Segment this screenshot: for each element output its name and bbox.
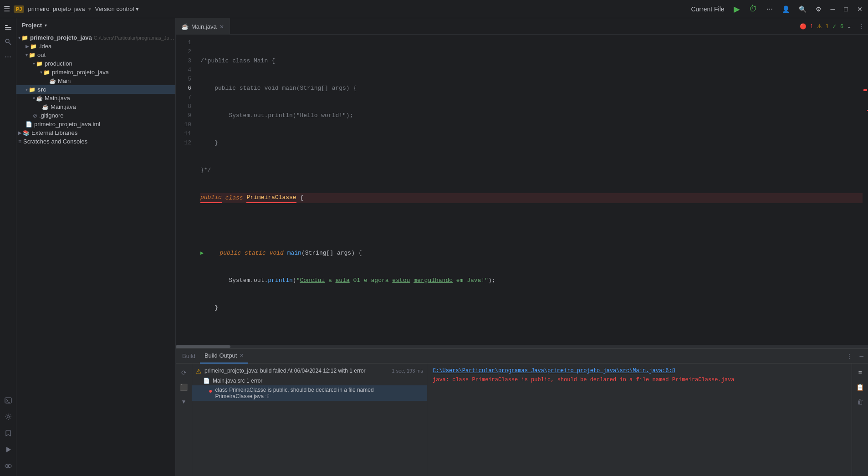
svg-point-7 — [7, 416, 9, 418]
build-tab-output[interactable]: Build Output ✕ — [200, 349, 249, 363]
hamburger-icon[interactable]: ☰ — [4, 5, 10, 13]
tree-item-idea[interactable]: ▶ 📁 .idea — [16, 42, 175, 51]
tree-item-mainjava-child[interactable]: ☕ Main.java — [16, 102, 175, 111]
run-gutter-icon[interactable]: ▶ — [200, 249, 204, 258]
error-indicators: 🔴 1 ⚠ 1 ✓ 6 ⌄ — [796, 23, 855, 30]
chevron-down-icon: ▾ — [18, 35, 20, 40]
sidebar-icon-run[interactable] — [2, 443, 15, 456]
tree-item-iml[interactable]: 📄 primeiro_projeto_java.iml — [16, 120, 175, 128]
gitignore-name: .gitignore — [39, 112, 63, 119]
build-right-icon-1[interactable]: ≡ — [854, 366, 867, 379]
editor-main: 1 2 3 4 5 6 7 8 9 10 11 12 /*public clas… — [176, 35, 868, 345]
build-project-text: primeiro_projeto_java: build failed At 0… — [204, 368, 392, 374]
svg-rect-2 — [5, 29, 11, 30]
sidebar-icon-bookmark[interactable] — [2, 427, 15, 440]
panel-chevron[interactable]: ▾ — [45, 23, 47, 28]
build-right-icon-2[interactable]: 📋 — [854, 381, 867, 394]
code-area[interactable]: /*public class Main { public static void… — [195, 35, 863, 345]
tab-bar: ☕ Main.java ✕ 🔴 1 ⚠ 1 ✓ 6 ⌄ ⋮ — [176, 18, 868, 35]
build-error-line: :6 — [266, 394, 270, 399]
run-button[interactable]: ▶ — [732, 2, 742, 16]
build-file-icon: 📄 — [203, 378, 210, 384]
file-tree: ▾ 📁 primeiro_projeto_java C:\Users\Parti… — [16, 32, 175, 476]
tree-item-main-class[interactable]: ☕ Main — [16, 77, 175, 85]
tree-item-ext-lib[interactable]: ▶ 📚 External Libraries — [16, 128, 175, 137]
build-tree-project[interactable]: ⚠ primeiro_projeto_java: build failed At… — [192, 366, 427, 376]
scratches-icon: ≡ — [18, 138, 21, 145]
main-class-icon: ☕ — [49, 78, 56, 84]
minimize-button[interactable]: ─ — [829, 4, 837, 15]
out-name: out — [37, 51, 46, 58]
build-warn-icon: ⚠ — [196, 368, 202, 375]
panel-header: Project ▾ — [16, 18, 175, 32]
tree-item-root[interactable]: ▾ 📁 primeiro_projeto_java C:\Users\Parti… — [16, 33, 175, 42]
pj-sub-folder-icon: 📁 — [43, 69, 50, 76]
search-button[interactable]: 🔍 — [797, 4, 808, 15]
build-stop-icon[interactable]: ⬛ — [178, 381, 190, 394]
build-more-btn[interactable]: ⋮ — [844, 353, 855, 359]
build-detail-link[interactable]: C:\Users\Particular\programas_Java\prime… — [433, 368, 675, 374]
tree-item-mainjava-parent[interactable]: ▾ ☕ Main.java — [16, 94, 175, 102]
coverage-button[interactable]: ⏱ — [747, 2, 759, 15]
line-numbers: 1 2 3 4 5 6 7 8 9 10 11 12 — [176, 35, 195, 345]
svg-marker-8 — [6, 447, 11, 452]
build-content: ⟳ ⬛ ▼ ⚠ primeiro_projeto_java: build fai… — [176, 363, 868, 476]
src-name: src — [37, 86, 46, 93]
idea-folder-icon: 📁 — [30, 43, 37, 50]
chevron-down-icon2: ▾ — [26, 52, 28, 57]
build-left-icons: ⟳ ⬛ ▼ — [176, 363, 192, 476]
iml-icon: 📄 — [26, 121, 32, 128]
sidebar-icon-eye[interactable] — [2, 460, 15, 472]
tree-item-pj-sub[interactable]: ▾ 📁 primeiro_projeto_java — [16, 68, 175, 77]
project-name[interactable]: primeiro_projeto_java — [28, 5, 85, 12]
build-tree: ⚠ primeiro_projeto_java: build failed At… — [192, 363, 427, 476]
tab-more-btn[interactable]: ⋮ — [855, 23, 868, 30]
scrollbar-thumb[interactable] — [176, 345, 230, 348]
tree-item-scratches[interactable]: ≡ Scratches and Consoles — [16, 137, 175, 146]
code-line-6: public class PrimeiraClasse { — [200, 193, 863, 203]
build-sync-icon[interactable]: ⟳ — [178, 366, 190, 379]
sidebar-icon-search[interactable] — [2, 36, 15, 48]
maximize-button[interactable]: □ — [842, 4, 850, 15]
expand-icon[interactable]: ⌄ — [847, 23, 852, 30]
build-filter-icon[interactable]: ▼ — [178, 395, 190, 408]
build-tree-file[interactable]: 📄 Main.java src 1 error — [192, 376, 427, 385]
tab-mainjava[interactable]: ☕ Main.java ✕ — [176, 18, 230, 35]
code-line-1: /*public class Main { — [200, 56, 863, 66]
svg-point-3 — [5, 39, 9, 43]
build-minimize-btn[interactable]: ─ — [857, 353, 866, 359]
horizontal-scrollbar[interactable] — [176, 345, 868, 348]
build-tab-build[interactable]: Build — [178, 349, 200, 363]
sidebar-icon-more[interactable]: ··· — [2, 50, 15, 63]
tree-item-src[interactable]: ▾ 📁 src — [16, 85, 175, 94]
code-line-7 — [200, 221, 863, 230]
version-control[interactable]: Version control ▾ — [95, 5, 139, 12]
build-tree-error[interactable]: ● class PrimeiraClasse is public, should… — [192, 385, 427, 401]
sidebar-icon-terminal[interactable] — [2, 394, 15, 407]
editor-area: ☕ Main.java ✕ 🔴 1 ⚠ 1 ✓ 6 ⌄ ⋮ 1 — [176, 18, 868, 476]
sidebar-icon-project[interactable] — [2, 21, 15, 34]
sidebar-icon-gear[interactable] — [2, 410, 15, 423]
build-tab-close[interactable]: ✕ — [240, 353, 244, 358]
tree-item-out[interactable]: ▾ 📁 out — [16, 51, 175, 59]
close-button[interactable]: ✕ — [855, 4, 864, 15]
production-name: production — [45, 60, 72, 67]
more-options-button[interactable]: ⋯ — [765, 4, 775, 15]
sidebar-icons: ··· — [0, 18, 16, 476]
account-button[interactable]: 👤 — [780, 4, 791, 15]
tree-item-gitignore[interactable]: ⊘ .gitignore — [16, 111, 175, 120]
main-class-name: Main — [58, 77, 71, 84]
build-right-icon-3[interactable]: 🗑 — [854, 395, 867, 408]
error-count: 1 — [810, 23, 813, 30]
panel-title: Project — [22, 22, 42, 29]
current-file-btn[interactable]: Current File — [689, 4, 726, 15]
tree-item-production[interactable]: ▾ 📁 production — [16, 59, 175, 68]
root-name: primeiro_projeto_java — [30, 34, 92, 41]
tab-close-btn[interactable]: ✕ — [220, 24, 224, 30]
file-tree-panel: Project ▾ ▾ 📁 primeiro_projeto_java C:\U… — [16, 18, 176, 476]
ok-icon: ✓ — [832, 23, 837, 30]
settings-button[interactable]: ⚙ — [814, 4, 823, 15]
code-line-10: } — [200, 303, 863, 312]
title-sep1: ▾ — [88, 6, 91, 12]
warn-count: 1 — [826, 23, 829, 30]
